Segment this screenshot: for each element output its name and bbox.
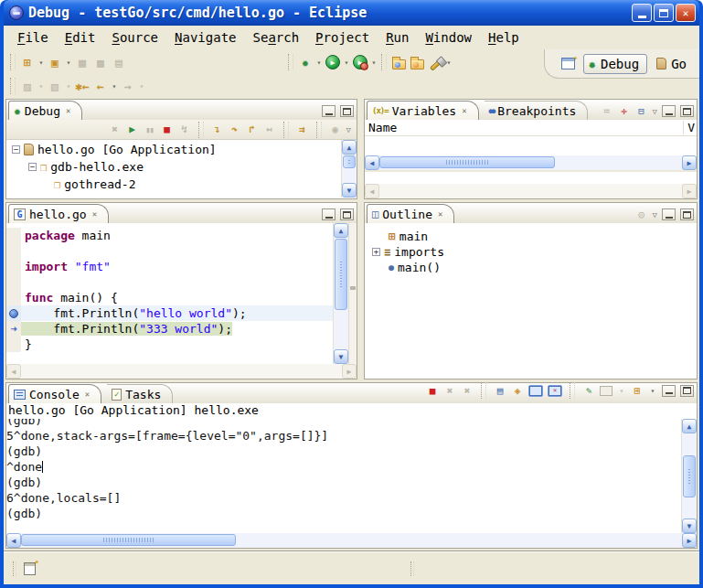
window-minimize-button[interactable] xyxy=(632,4,652,22)
save-all-button[interactable]: ▩ xyxy=(91,52,110,72)
debug-view-menu-icon[interactable]: ▽ xyxy=(346,125,351,134)
expand-expander-icon[interactable]: + xyxy=(372,248,380,256)
variables-detail-pane[interactable] xyxy=(365,172,697,184)
outline-item-package[interactable]: ⊞ main xyxy=(365,229,697,244)
next-annotation-button[interactable]: ▨ xyxy=(18,76,37,96)
outline-tab-close-icon[interactable]: ✕ xyxy=(438,209,442,219)
tab-hello-go[interactable]: G hello.go ✕ xyxy=(8,204,109,223)
window-close-button[interactable]: ✕ xyxy=(676,4,696,22)
step-over-button[interactable]: ↷ xyxy=(229,123,241,135)
tree-item-process[interactable]: − ❒ gdb-hello.exe xyxy=(6,158,341,176)
overview-ruler[interactable] xyxy=(348,223,357,364)
console-maximize-button[interactable] xyxy=(680,385,694,397)
editor-maximize-button[interactable] xyxy=(340,208,354,220)
scroll-lock-button[interactable]: ◈ xyxy=(511,385,524,397)
print-button[interactable]: ▤ xyxy=(110,52,128,72)
debug-tree-vscrollbar[interactable]: ▲ ▼ xyxy=(341,140,357,198)
toolbar-grip[interactable] xyxy=(10,54,16,70)
step-into-button[interactable]: ↴ xyxy=(211,123,224,135)
editor-tab-close-icon[interactable]: ✕ xyxy=(92,209,97,219)
resume-button[interactable]: ▶ xyxy=(126,123,139,135)
terminate-button[interactable]: ■ xyxy=(161,123,174,135)
save-button[interactable]: ▦ xyxy=(73,52,91,72)
console-minimize-button[interactable] xyxy=(662,385,676,397)
titlebar[interactable]: Debug - testGo/src/cmd/hello.go - Eclips… xyxy=(4,0,699,26)
pin-console-button[interactable]: ✎ xyxy=(582,385,595,397)
outline-maximize-button[interactable] xyxy=(680,208,694,220)
tab-breakpoints[interactable]: ●● Breakpoints xyxy=(485,101,589,120)
perspective-debug-button[interactable]: ✹ Debug xyxy=(583,54,648,74)
menu-file[interactable]: File xyxy=(9,28,57,47)
open-console-button[interactable]: ⊞ xyxy=(631,385,644,397)
toolbar-grip[interactable] xyxy=(288,54,293,70)
external-tools-dropdown[interactable]: ▾ xyxy=(369,52,378,72)
toolbar-grip[interactable] xyxy=(381,54,387,70)
tree-item-thread[interactable]: ❒ gothread-2 xyxy=(6,176,341,193)
outline-minimize-button[interactable] xyxy=(662,208,676,220)
editor-vscrollbar[interactable]: ▲ ▼ xyxy=(333,223,348,364)
back-button[interactable]: ← xyxy=(91,76,110,96)
outline-item-main-func[interactable]: ● main() xyxy=(365,260,697,275)
new-project-dropdown[interactable]: ▾ xyxy=(64,52,73,72)
previous-annotation-dropdown[interactable]: ▾ xyxy=(64,76,73,96)
collapse-expander-icon[interactable]: − xyxy=(28,163,37,171)
external-tools-button[interactable]: ▶ xyxy=(351,52,369,72)
display-console-button[interactable] xyxy=(600,386,612,396)
tab-debug[interactable]: ✹ Debug ✕ xyxy=(8,101,82,120)
debug-settings-button[interactable]: ◉ xyxy=(329,123,342,135)
show-type-names-button[interactable]: ≔ xyxy=(601,105,613,117)
open-perspective-button[interactable] xyxy=(559,54,578,74)
previous-annotation-button[interactable]: ▧ xyxy=(46,76,64,96)
name-column-label[interactable]: Name xyxy=(368,121,397,134)
outline-item-imports[interactable]: + ≡ imports xyxy=(365,244,697,260)
open-resource-button[interactable] xyxy=(408,52,426,72)
show-stdout-button[interactable] xyxy=(528,385,543,397)
console-hscrollbar[interactable]: ◀ ▶ xyxy=(6,533,697,548)
console-vscrollbar[interactable]: ▲ ▼ xyxy=(681,419,697,533)
console-text-area[interactable]: (gdb) 5^done,stack-args=[frame={level="0… xyxy=(6,419,681,533)
debug-minimize-button[interactable] xyxy=(322,105,336,117)
disconnect-button[interactable]: ↯ xyxy=(178,123,191,135)
menu-edit[interactable]: Edit xyxy=(57,28,104,47)
menu-search[interactable]: Search xyxy=(245,28,308,47)
add-variables-button[interactable]: ✛ xyxy=(618,105,631,117)
perspective-go-button[interactable]: Go xyxy=(653,55,690,73)
display-console-dropdown[interactable]: ▾ xyxy=(617,380,626,401)
tab-variables[interactable]: (x)= Variables ✕ xyxy=(367,101,479,120)
back-dropdown[interactable]: ▾ xyxy=(110,76,119,96)
editor-minimize-button[interactable] xyxy=(322,208,336,220)
run-launch-button[interactable]: ▶ xyxy=(324,52,342,72)
tab-tasks[interactable]: ✓ Tasks xyxy=(107,384,173,403)
fast-view-button[interactable]: ✦ xyxy=(24,562,36,575)
menu-source[interactable]: Source xyxy=(103,28,166,47)
variables-tab-close-icon[interactable]: ✕ xyxy=(462,106,466,115)
tree-item-launch[interactable]: − hello.go [Go Application] xyxy=(6,141,341,158)
search-button[interactable] xyxy=(426,52,444,72)
console-terminate-button[interactable]: ■ xyxy=(426,385,439,397)
drop-to-frame-button[interactable]: ↤ xyxy=(263,123,276,135)
new-project-button[interactable]: ▣ xyxy=(46,52,64,72)
next-annotation-dropdown[interactable]: ▾ xyxy=(37,76,46,96)
menu-project[interactable]: Project xyxy=(307,28,378,47)
variables-tree-empty[interactable] xyxy=(365,136,697,155)
variables-minimize-button[interactable] xyxy=(662,105,676,117)
collapse-expander-icon[interactable]: − xyxy=(12,145,20,154)
remove-all-launches-button[interactable]: ✖ xyxy=(461,385,474,397)
variables-maximize-button[interactable] xyxy=(680,105,694,117)
open-console-dropdown[interactable]: ▾ xyxy=(648,380,657,401)
window-maximize-button[interactable] xyxy=(654,4,674,22)
debug-tab-close-icon[interactable]: ✕ xyxy=(66,106,70,115)
tab-console[interactable]: Console ✕ xyxy=(8,384,101,403)
use-step-filters-button[interactable]: ⇉ xyxy=(296,123,309,135)
remove-launch-button[interactable]: ✖ xyxy=(443,385,456,397)
forward-dropdown[interactable]: ▾ xyxy=(137,76,146,96)
debug-launch-dropdown[interactable]: ▾ xyxy=(314,52,324,72)
value-column-label[interactable]: V xyxy=(683,121,697,134)
step-return-button[interactable]: ↱ xyxy=(246,123,259,135)
editor-hscrollbar[interactable]: ◀ ▶ xyxy=(6,364,357,379)
menu-run[interactable]: Run xyxy=(378,28,417,47)
clear-console-button[interactable]: ▤ xyxy=(494,385,506,397)
menu-window[interactable]: Window xyxy=(417,28,480,47)
run-launch-dropdown[interactable]: ▾ xyxy=(342,52,351,72)
breakpoint-icon[interactable] xyxy=(9,309,18,318)
